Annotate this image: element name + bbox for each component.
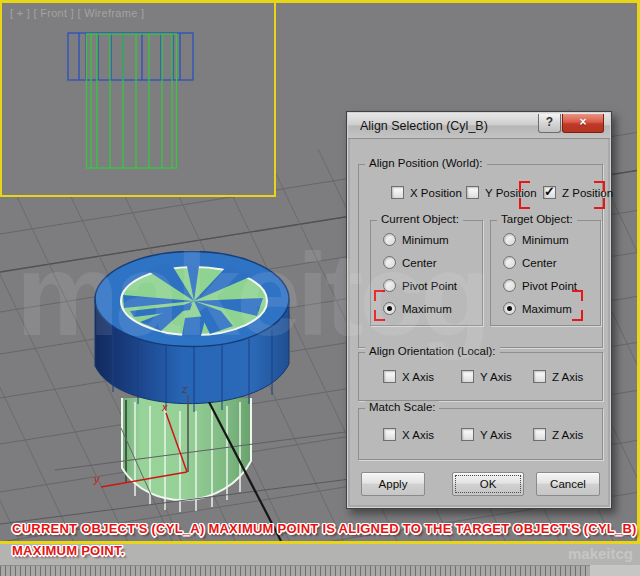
viewport-border-top <box>0 0 640 3</box>
statusbar-watermark: makeitcg <box>568 545 633 562</box>
checkbox-box[interactable] <box>383 370 396 383</box>
axis-x-label: x <box>161 401 168 413</box>
checkbox-box[interactable] <box>383 428 396 441</box>
target-object-group: Target Object: Minimum Center Pivot Poin… <box>490 220 601 326</box>
axis-z-label: z <box>181 383 188 395</box>
checkbox-z-position[interactable]: ✓ Z Position <box>543 186 613 199</box>
radio-dot[interactable] <box>383 279 396 292</box>
align-position-group: Align Position (World): X Position Y Pos… <box>358 164 603 348</box>
timeline-trackbar[interactable] <box>0 565 640 576</box>
front-wireframe <box>2 2 274 195</box>
caption-line-1: CURRENT OBJECT'S (CYL_A) MAXIMUM POINT I… <box>12 521 637 536</box>
checkbox-scale-x-axis[interactable]: X Axis <box>383 428 434 441</box>
checkbox-scale-y-axis[interactable]: Y Axis <box>461 428 512 441</box>
checkbox-box[interactable]: ✓ <box>543 186 556 199</box>
cylinder-a-green[interactable] <box>122 398 251 512</box>
checkmark: ✓ <box>544 184 555 199</box>
ok-button[interactable]: OK <box>452 472 524 496</box>
cancel-button[interactable]: Cancel <box>536 472 600 496</box>
align-selection-dialog: Align Selection (Cyl_B) ? × Align Positi… <box>346 111 612 509</box>
checkbox-box[interactable] <box>461 370 474 383</box>
match-scale-group: Match Scale: X Axis Y Axis Z Axis <box>358 408 603 460</box>
radio-dot[interactable] <box>503 302 516 315</box>
timeline-inactive-segment <box>590 565 640 576</box>
checkbox-x-position[interactable]: X Position <box>391 186 462 199</box>
checkbox-box[interactable] <box>466 186 479 199</box>
dialog-title: Align Selection (Cyl_B) <box>360 119 488 133</box>
checkbox-y-position[interactable]: Y Position <box>466 186 537 199</box>
radio-dot[interactable] <box>383 233 396 246</box>
align-orientation-label: Align Orientation (Local): <box>365 345 500 357</box>
target-object-label: Target Object: <box>497 213 577 225</box>
radio-target-maximum[interactable]: Maximum <box>503 302 572 315</box>
dialog-title-bar[interactable]: Align Selection (Cyl_B) ? × <box>348 113 610 139</box>
checkbox-box[interactable] <box>461 428 474 441</box>
align-orientation-group: Align Orientation (Local): X Axis Y Axis… <box>358 352 603 401</box>
match-scale-label: Match Scale: <box>365 401 439 413</box>
front-viewport-label[interactable]: [ + ] [ Front ] [ Wireframe ] <box>10 7 144 19</box>
help-button[interactable]: ? <box>538 114 561 133</box>
wire-cylinder-a <box>87 34 177 168</box>
radio-dot[interactable] <box>383 302 396 315</box>
radio-dot[interactable] <box>503 256 516 269</box>
front-viewport[interactable]: [ + ] [ Front ] [ Wireframe ] <box>0 0 276 197</box>
current-object-label: Current Object: <box>377 213 463 225</box>
radio-target-center[interactable]: Center <box>503 256 557 269</box>
checkbox-box[interactable] <box>533 370 546 383</box>
checkbox-orient-y-axis[interactable]: Y Axis <box>461 370 512 383</box>
cylinder-b-blue[interactable] <box>95 252 289 413</box>
checkbox-orient-z-axis[interactable]: Z Axis <box>533 370 583 383</box>
radio-current-maximum[interactable]: Maximum <box>383 302 452 315</box>
radio-current-pivot-point[interactable]: Pivot Point <box>383 279 457 292</box>
radio-dot[interactable] <box>503 279 516 292</box>
radio-current-minimum[interactable]: Minimum <box>383 233 449 246</box>
apply-button[interactable]: Apply <box>361 472 425 496</box>
align-position-label: Align Position (World): <box>365 157 487 169</box>
close-button[interactable]: × <box>562 114 604 133</box>
max-viewport-stage: x y z [ + ] [ Front ] [ Wireframe ] <box>0 0 640 576</box>
radio-dot[interactable] <box>383 256 396 269</box>
checkbox-orient-x-axis[interactable]: X Axis <box>383 370 434 383</box>
checkbox-scale-z-axis[interactable]: Z Axis <box>533 428 583 441</box>
radio-target-pivot-point[interactable]: Pivot Point <box>503 279 577 292</box>
current-object-group: Current Object: Minimum Center Pivot Poi… <box>370 220 483 326</box>
radio-target-minimum[interactable]: Minimum <box>503 233 569 246</box>
radio-dot[interactable] <box>503 233 516 246</box>
radio-current-center[interactable]: Center <box>383 256 437 269</box>
checkbox-box[interactable] <box>391 186 404 199</box>
checkbox-box[interactable] <box>533 428 546 441</box>
caption-line-2: MAXIMUM POINT. <box>12 543 125 558</box>
